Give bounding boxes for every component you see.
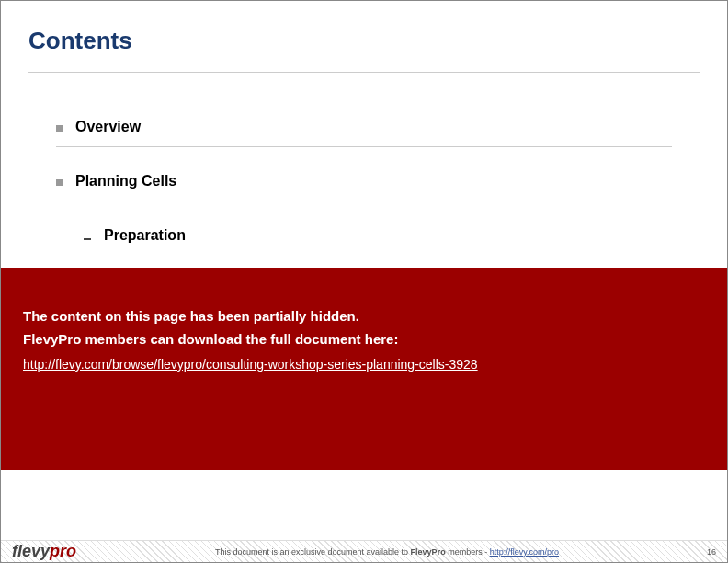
page-title: Contents — [28, 27, 700, 55]
bullet-dash-icon — [84, 238, 91, 240]
list-item: Planning Cells — [56, 173, 672, 190]
download-link[interactable]: http://flevy.com/browse/flevypro/consult… — [23, 357, 478, 372]
overlay-message-2: FlevyPro members can download the full d… — [23, 331, 705, 347]
overlay-message-1: The content on this page has been partia… — [23, 308, 705, 324]
footer-text: This document is an exclusive document a… — [76, 547, 698, 557]
logo-text-flevy: flevy — [12, 542, 50, 561]
footer: flevypro This document is an exclusive d… — [1, 540, 727, 562]
footer-brand: FlevyPro — [411, 547, 446, 557]
bullet-square-icon — [56, 179, 63, 186]
hidden-content-overlay: The content on this page has been partia… — [1, 268, 727, 470]
item-label: Planning Cells — [75, 173, 176, 190]
flevypro-logo: flevypro — [12, 542, 76, 561]
footer-link[interactable]: http://flevy.com/pro — [490, 547, 559, 557]
item-label: Preparation — [104, 227, 186, 244]
logo-text-pro: pro — [50, 542, 76, 561]
content-area: Overview Planning Cells Preparation — [1, 73, 727, 244]
footer-middle: members - — [446, 547, 490, 557]
list-item: Preparation — [56, 227, 672, 244]
item-divider — [56, 201, 672, 201]
slide-container: Contents Overview Planning Cells Prepara… — [0, 0, 728, 563]
list-item: Overview — [56, 119, 672, 135]
item-divider — [56, 146, 672, 147]
page-number: 16 — [698, 547, 716, 557]
header: Contents — [1, 1, 727, 64]
footer-prefix: This document is an exclusive document a… — [215, 547, 411, 557]
bullet-square-icon — [56, 125, 63, 132]
item-label: Overview — [75, 119, 141, 135]
